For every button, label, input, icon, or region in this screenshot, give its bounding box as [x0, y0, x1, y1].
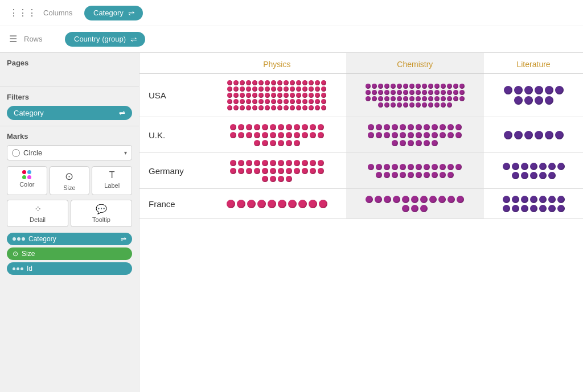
marks-grid-2: ⁘ Detail 💬 Tooltip	[7, 200, 132, 227]
literature-header: Literature	[484, 53, 583, 74]
rows-pill-icon: ⇌	[130, 35, 137, 44]
size-pill[interactable]: ⊙ Size	[7, 247, 132, 260]
columns-pill-icon: ⇌	[128, 9, 135, 18]
table-row: France	[139, 189, 583, 219]
size-pill-label: Size	[22, 250, 35, 258]
filters-category-pill[interactable]: Category ⇌	[7, 106, 132, 120]
filters-title: Filters	[7, 93, 132, 101]
category-pill-dots-icon	[13, 237, 25, 241]
chemistry-header: Chemistry	[346, 53, 485, 74]
chemistry-cell	[346, 117, 485, 153]
rows-icon: ☰	[9, 34, 17, 44]
literature-cell	[484, 153, 583, 189]
size-button[interactable]: ⊙ Size	[50, 166, 90, 195]
color-dots-icon	[21, 170, 32, 179]
category-pill-label: Category	[28, 235, 56, 243]
marks-section: Marks Circle ▾ Color	[0, 126, 139, 280]
viz-header-row: Physics Chemistry Literature	[139, 53, 583, 74]
color-label: Color	[19, 181, 34, 188]
filters-section: Filters Category ⇌	[0, 87, 139, 126]
country-label: France	[139, 189, 208, 219]
dropdown-arrow-icon: ▾	[124, 150, 127, 156]
physics-header: Physics	[208, 53, 346, 74]
mark-type-selector[interactable]: Circle ▾	[7, 145, 132, 160]
literature-cell	[484, 189, 583, 219]
color-button[interactable]: Color	[7, 166, 47, 195]
chemistry-cell	[346, 189, 485, 219]
detail-icon: ⁘	[34, 204, 42, 214]
marks-grid: Color ⊙ Size T Label	[7, 166, 132, 195]
physics-cell	[208, 117, 346, 153]
marks-title: Marks	[7, 132, 132, 141]
chemistry-cell	[346, 153, 485, 189]
country-label: U.K.	[139, 117, 208, 153]
detail-button[interactable]: ⁘ Detail	[7, 200, 68, 227]
tooltip-button[interactable]: 💬 Tooltip	[71, 200, 132, 227]
empty-header	[139, 53, 208, 74]
rows-row: ☰ Rows Country (group) ⇌	[0, 26, 583, 52]
physics-cell	[208, 153, 346, 189]
size-label: Size	[63, 184, 75, 191]
columns-pill[interactable]: Category ⇌	[84, 6, 143, 20]
detail-label: Detail	[30, 216, 46, 223]
columns-label: Columns	[43, 9, 77, 17]
id-pill-label: Id	[27, 265, 32, 273]
country-label: USA	[139, 74, 208, 117]
pages-section: Pages	[0, 53, 139, 87]
physics-cell	[208, 189, 346, 219]
filter-pill-icon: ⇌	[119, 109, 125, 117]
circle-icon	[12, 149, 20, 157]
columns-icon: ⋮⋮⋮	[9, 7, 36, 18]
visualization-area: Physics Chemistry Literature USAU.K.Germ…	[139, 53, 583, 392]
pages-title: Pages	[7, 59, 132, 67]
literature-cell	[484, 117, 583, 153]
viz-table: Physics Chemistry Literature USAU.K.Germ…	[139, 53, 583, 219]
rows-pill[interactable]: Country (group) ⇌	[65, 32, 145, 47]
size-pill-icon: ⊙	[13, 250, 18, 258]
label-label: Label	[104, 182, 120, 189]
category-pill[interactable]: Category ⇌	[7, 233, 132, 245]
columns-row: ⋮⋮⋮ Columns Category ⇌	[0, 0, 583, 26]
id-pill-icon	[13, 267, 23, 270]
literature-cell	[484, 74, 583, 117]
marks-pills: Category ⇌ ⊙ Size Id	[7, 233, 132, 275]
chemistry-cell	[346, 74, 485, 117]
sidebar: Pages Filters Category ⇌ Marks Circle ▾	[0, 53, 139, 392]
size-icon: ⊙	[65, 170, 73, 183]
table-row: Germany	[139, 153, 583, 189]
rows-label: Rows	[24, 35, 58, 43]
tooltip-label: Tooltip	[92, 216, 110, 223]
country-label: Germany	[139, 153, 208, 189]
id-pill[interactable]: Id	[7, 262, 132, 275]
mark-type-label: Circle	[23, 148, 121, 157]
tooltip-icon: 💬	[96, 204, 107, 214]
table-row: USA	[139, 74, 583, 117]
physics-cell	[208, 74, 346, 117]
label-icon: T	[109, 170, 115, 180]
category-pill-eq-icon: ⇌	[121, 235, 126, 243]
table-row: U.K.	[139, 117, 583, 153]
label-button[interactable]: T Label	[92, 166, 132, 195]
